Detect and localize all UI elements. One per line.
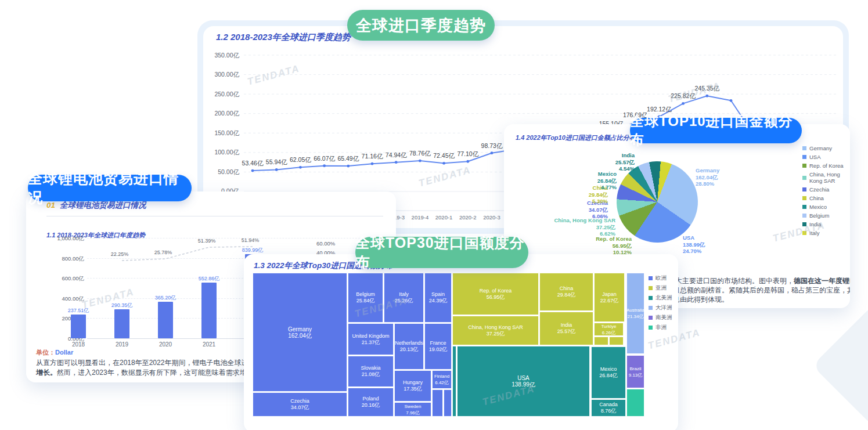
- bar-value-label: 839.99亿: [232, 247, 273, 254]
- treemap-cell-belgium[interactable]: Belgium25.84亿: [348, 273, 383, 323]
- bar-value-label: 290.35亿: [102, 302, 142, 309]
- treemap-cell-rep-of-korea[interactable]: Rep. of Korea56.95亿: [452, 273, 539, 315]
- treemap-cell-usa[interactable]: USA138.99亿: [457, 346, 590, 417]
- treemap-cell-spain[interactable]: Spain24.39亿: [424, 273, 452, 323]
- svg-text:22.25%: 22.25%: [111, 251, 129, 257]
- svg-text:300.00亿: 300.00亿: [214, 71, 239, 78]
- svg-text:66.07亿: 66.07亿: [314, 155, 335, 162]
- treemap-cell-italy[interactable]: Italy25.26亿: [384, 273, 424, 323]
- bar-category-label: 2018: [64, 341, 93, 348]
- unit-label: 单位：: [36, 349, 55, 356]
- svg-text:51.39%: 51.39%: [198, 238, 216, 244]
- svg-text:53.46亿: 53.46亿: [242, 160, 264, 167]
- treemap-cell-japan[interactable]: Japan22.67亿: [594, 273, 625, 322]
- decorative-arrow: [812, 304, 868, 427]
- treemap-cell[interactable]: [594, 337, 608, 345]
- svg-text:77.10亿: 77.10亿: [457, 150, 478, 157]
- treemap-cell[interactable]: [626, 389, 644, 417]
- treemap-cell[interactable]: [609, 337, 624, 345]
- legend-swatch: [649, 306, 653, 310]
- legend-swatch: [649, 296, 653, 300]
- bar-value-label: 552.86亿: [189, 275, 229, 283]
- bar-ytick: 800.00亿: [29, 255, 84, 263]
- svg-text:78.76亿: 78.76亿: [409, 150, 431, 157]
- treemap-legend-item[interactable]: 大洋洲: [649, 304, 672, 312]
- svg-text:2020-3: 2020-3: [483, 214, 500, 221]
- bar-gridline: [87, 238, 377, 239]
- treemap-cell-germany[interactable]: Germany162.04亿: [253, 273, 347, 392]
- treemap-cell-turkiye[interactable]: Turkiye6.26亿: [594, 323, 624, 336]
- treemap-legend-item[interactable]: 北美洲: [649, 294, 672, 302]
- treemap-cell-mexico[interactable]: Mexico26.84亿: [591, 346, 626, 399]
- legend-swatch: [649, 326, 653, 330]
- svg-text:150.00亿: 150.00亿: [214, 129, 239, 136]
- svg-text:98.73亿: 98.73亿: [481, 142, 503, 149]
- top30-treemap-chart[interactable]: Germany162.04亿Czechia34.07亿Belgium25.84亿…: [253, 273, 646, 418]
- legend-swatch: [649, 316, 653, 320]
- treemap-legend-item[interactable]: 欧洲: [649, 274, 672, 282]
- badge-top10: 全球TOP10进口国金额分布: [630, 118, 802, 143]
- treemap-legend-item[interactable]: 亚洲: [649, 284, 672, 292]
- svg-text:55.94亿: 55.94亿: [266, 158, 287, 165]
- svg-text:72.45亿: 72.45亿: [433, 152, 455, 159]
- pie-paragraph-line: 十大主要进口国的市场结构。图中表明，德国在这一年度锂电池进口总额上遥遥领: [668, 276, 850, 286]
- treemap-cell-brazil[interactable]: Brazil9.13亿: [626, 355, 644, 388]
- bar-category-label: 2021: [195, 341, 224, 348]
- svg-text:200.00亿: 200.00亿: [214, 110, 239, 117]
- top30-treemap-panel: 1.3 2022年全球Top30进口国进口额分布 Germany162.04亿C…: [244, 254, 678, 430]
- legend-swatch: [649, 286, 653, 290]
- bar[interactable]: [158, 302, 173, 338]
- badge-overview: 全球锂电池贸易进口情况: [28, 175, 192, 201]
- svg-text:250.00亿: 250.00亿: [214, 91, 239, 97]
- treemap-cell[interactable]: [452, 346, 456, 417]
- bar-value-label: 365.20亿: [145, 294, 186, 302]
- treemap-cell-france[interactable]: France19.02亿: [424, 323, 452, 370]
- bar[interactable]: [201, 283, 217, 338]
- bar[interactable]: [114, 309, 129, 338]
- svg-text:245.35亿: 245.35亿: [694, 85, 719, 92]
- treemap-cell-australia[interactable]: Australia21.34亿: [626, 273, 644, 354]
- svg-text:71.16亿: 71.16亿: [362, 153, 383, 160]
- treemap-cell[interactable]: [444, 389, 452, 417]
- svg-text:25.78%: 25.78%: [154, 250, 172, 255]
- svg-text:2020-2: 2020-2: [459, 214, 477, 221]
- treemap-legend: 欧洲亚洲北美洲大洋洲南美洲非洲: [649, 274, 672, 334]
- legend-swatch: [649, 276, 653, 280]
- treemap-legend-item[interactable]: 非洲: [649, 324, 672, 331]
- svg-text:50.00亿: 50.00亿: [218, 168, 239, 175]
- treemap-cell-canada[interactable]: Canada8.76亿: [591, 399, 626, 417]
- treemap-cell-china-hong-kong-sar[interactable]: China, Hong Kong SAR37.25亿: [452, 316, 539, 345]
- treemap-cell-sweden[interactable]: Sweden7.96亿: [394, 402, 431, 417]
- treemap-cell-czechia[interactable]: Czechia34.07亿: [253, 392, 347, 417]
- svg-text:2020-1: 2020-1: [435, 214, 453, 221]
- svg-text:62.05亿: 62.05亿: [290, 156, 311, 163]
- treemap-cell-china[interactable]: China29.84亿: [539, 273, 593, 311]
- pie-paragraph-line: 进口总额的副榜首。紧随其后的是韩国，稳占第三的宝座，其后是中国香港，其在锂: [666, 286, 850, 295]
- badge-quarterly-trend: 全球进口季度趋势: [347, 10, 495, 41]
- bar-right-ytick: 60.00%: [316, 240, 335, 247]
- treemap-cell-netherlands[interactable]: Netherlands20.13亿: [394, 323, 424, 370]
- svg-text:2019-4: 2019-4: [412, 214, 429, 221]
- treemap-cell-united-kingdom[interactable]: United Kingdom21.37亿: [348, 323, 394, 355]
- bar-category-label: 2019: [107, 341, 136, 348]
- svg-text:65.49亿: 65.49亿: [337, 155, 359, 162]
- treemap-legend-item[interactable]: 南美洲: [649, 314, 672, 321]
- bar-category-label: 2020: [151, 341, 180, 348]
- treemap-cell-poland[interactable]: Poland20.16亿: [348, 388, 394, 417]
- treemap-cell-slovakia[interactable]: Slovakia21.08亿: [348, 356, 394, 387]
- svg-text:100.00亿: 100.00亿: [214, 149, 239, 156]
- treemap-cell-india[interactable]: India25.57亿: [539, 312, 593, 345]
- unit-value: Dollar: [55, 349, 73, 356]
- svg-text:74.94亿: 74.94亿: [386, 151, 407, 158]
- badge-top30: 全球TOP30进口国额度分布: [355, 237, 528, 268]
- svg-text:350.00亿: 350.00亿: [214, 52, 239, 59]
- bar-ytick: 600.00亿: [29, 275, 84, 283]
- bar-value-label: 237.51亿: [58, 307, 99, 315]
- bar-ytick: 400.00亿: [29, 295, 84, 303]
- treemap-cell[interactable]: [432, 389, 443, 417]
- bar-ytick: 1,000.00亿: [29, 235, 84, 243]
- treemap-cell-finland[interactable]: Finland6.42亿: [432, 370, 452, 389]
- treemap-cell-hungary[interactable]: Hungary17.35亿: [394, 370, 431, 402]
- svg-text:225.82亿: 225.82亿: [671, 92, 696, 99]
- bar[interactable]: [71, 315, 86, 338]
